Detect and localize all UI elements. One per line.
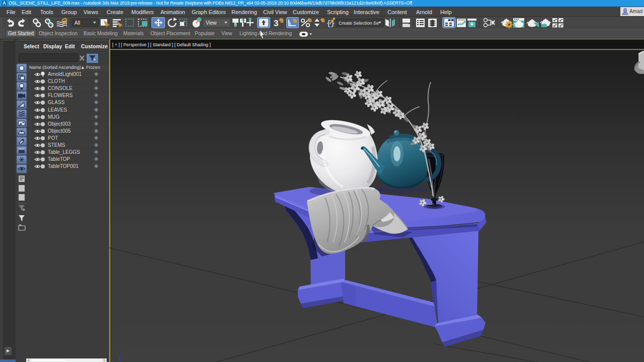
svg-text:3: 3 [274, 19, 278, 28]
svg-text:z: z [117, 352, 119, 356]
svg-text:Create Selection Se: Create Selection Se [339, 21, 379, 26]
svg-text:View: View [206, 20, 217, 26]
svg-text:All: All [74, 20, 80, 26]
svg-text:F: F [20, 196, 23, 201]
svg-text:[ + ] [ Perspective ] [ Standa: [ + ] [ Perspective ] [ Standard ] [ Def… [112, 42, 211, 47]
